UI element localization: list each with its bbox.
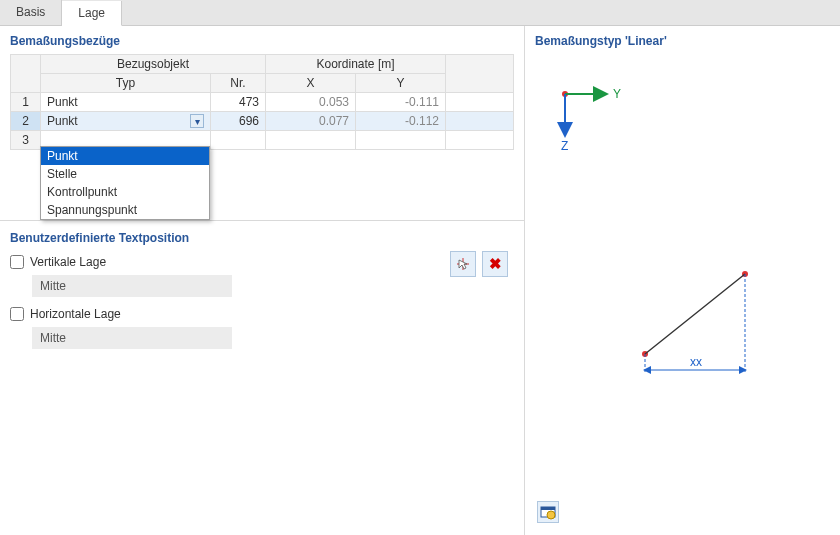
cell-nr[interactable] — [211, 131, 266, 150]
col-group-coord: Koordinate [m] — [266, 55, 446, 74]
row-index: 2 — [11, 112, 41, 131]
vertical-lage-checkbox[interactable] — [10, 255, 24, 269]
cell-typ[interactable]: Punkt — [41, 93, 211, 112]
dropdown-option[interactable]: Kontrollpunkt — [41, 183, 209, 201]
pick-button[interactable] — [450, 251, 476, 277]
col-group-object: Bezugsobjekt — [41, 55, 266, 74]
view-icon — [540, 504, 556, 520]
col-y: Y — [356, 74, 446, 93]
cell-x[interactable] — [266, 131, 356, 150]
preview-title: Bemaßungstyp 'Linear' — [535, 34, 830, 48]
cell-nr[interactable]: 473 — [211, 93, 266, 112]
cell-y[interactable] — [356, 131, 446, 150]
cell-typ-dropdown[interactable]: Punkt ▾ — [41, 112, 211, 131]
svg-point-13 — [547, 511, 555, 519]
dropdown-option[interactable]: Spannungspunkt — [41, 201, 209, 219]
col-nr: Nr. — [211, 74, 266, 93]
tab-basis[interactable]: Basis — [0, 0, 62, 25]
section-title-refs: Bemaßungsbezüge — [10, 34, 514, 48]
table-row[interactable]: 1 Punkt 473 0.053 -0.111 — [11, 93, 514, 112]
svg-line-7 — [645, 274, 745, 354]
typ-dropdown-list[interactable]: Punkt Stelle Kontrollpunkt Spannungspunk… — [40, 146, 210, 220]
dropdown-option[interactable]: Punkt — [41, 147, 209, 165]
horizontal-lage-label: Horizontale Lage — [30, 307, 121, 321]
cell-y[interactable]: -0.111 — [356, 93, 446, 112]
cursor-icon — [455, 256, 471, 272]
dropdown-value: Punkt — [47, 114, 78, 128]
close-icon: ✖ — [489, 255, 502, 273]
delete-button[interactable]: ✖ — [482, 251, 508, 277]
references-table: Bezugsobjekt Koordinate [m] Typ Nr. X Y … — [10, 54, 514, 150]
horizontal-lage-value: Mitte — [32, 327, 232, 349]
tab-lage[interactable]: Lage — [62, 1, 122, 26]
vertical-lage-label: Vertikale Lage — [30, 255, 106, 269]
axis-z-label: Z — [561, 139, 568, 153]
chevron-down-icon[interactable]: ▾ — [190, 114, 204, 128]
tab-bar: Basis Lage — [0, 0, 840, 26]
dropdown-option[interactable]: Stelle — [41, 165, 209, 183]
horizontal-lage-checkbox[interactable] — [10, 307, 24, 321]
section-title-textpos: Benutzerdefinierte Textposition — [10, 231, 514, 245]
axis-y-label: Y — [613, 87, 621, 101]
preview-diagram: Y Z xx — [535, 74, 815, 514]
svg-rect-12 — [541, 507, 555, 510]
row-index: 3 — [11, 131, 41, 150]
cell-y[interactable]: -0.112 — [356, 112, 446, 131]
cell-x[interactable]: 0.077 — [266, 112, 356, 131]
view-options-button[interactable] — [537, 501, 559, 523]
col-x: X — [266, 74, 356, 93]
dimension-label: xx — [690, 355, 702, 369]
table-row[interactable]: 2 Punkt ▾ 696 0.077 -0.112 — [11, 112, 514, 131]
cell-nr[interactable]: 696 — [211, 112, 266, 131]
row-index: 1 — [11, 93, 41, 112]
cell-x[interactable]: 0.053 — [266, 93, 356, 112]
col-typ: Typ — [41, 74, 211, 93]
vertical-lage-value: Mitte — [32, 275, 232, 297]
